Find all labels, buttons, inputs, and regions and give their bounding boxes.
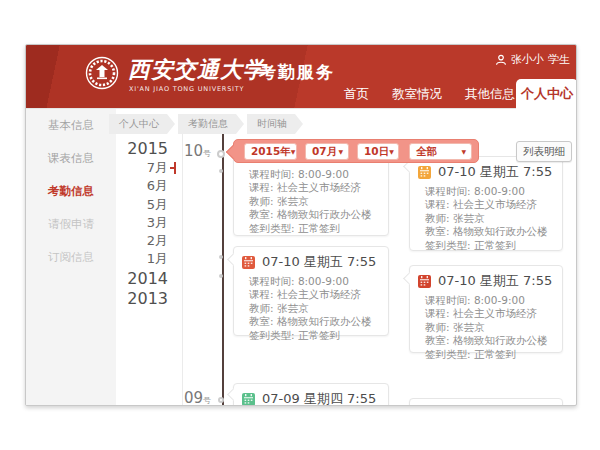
nav-item[interactable]: 其他信息	[465, 86, 515, 103]
card-row: 课程时间: 8:00-9:00	[249, 275, 380, 288]
row-label: 课程时间:	[425, 185, 471, 197]
timeline-line	[222, 121, 224, 405]
row-value: 张芸京	[277, 195, 309, 207]
day-select[interactable]: 10日▼	[357, 143, 399, 160]
tab-personal-center[interactable]: 个人中心	[516, 79, 577, 109]
row-value: 格物致知行政办公楼	[453, 225, 548, 237]
row-label: 课程时间:	[249, 275, 295, 287]
card-row: 签到类型: 正常签到	[249, 222, 380, 235]
row-label: 课程:	[249, 288, 274, 300]
card-row: 教室: 格物致知行政办公楼	[249, 208, 380, 221]
timeline-month[interactable]: 6月	[118, 177, 168, 195]
person-icon	[495, 54, 507, 66]
timeline-month[interactable]: 1月	[118, 250, 168, 268]
card-row: 教师: 张芸京	[425, 212, 554, 225]
current-month-indicator	[174, 162, 176, 174]
user-info[interactable]: 张小小 学生	[495, 52, 570, 67]
row-label: 签到类型:	[249, 329, 295, 341]
breadcrumb-item[interactable]: 考勤信息	[178, 114, 244, 134]
calendar-icon	[418, 166, 431, 179]
card-row: 课程: 社会主义市场经济	[425, 307, 554, 320]
timeline-dot	[219, 169, 223, 173]
timeline-year[interactable]: 2014	[118, 269, 168, 289]
row-label: 教师:	[425, 212, 450, 224]
timeline-year[interactable]: 2015	[118, 139, 168, 159]
breadcrumb-item[interactable]: 个人中心	[109, 114, 175, 134]
card-row: 课程时间: 8:00-9:00	[249, 168, 380, 181]
nav-item[interactable]: 教室情况	[392, 86, 442, 103]
sidebar-item[interactable]: 请假申请	[26, 208, 116, 241]
row-label: 教室:	[425, 225, 450, 237]
day-number: 10	[184, 142, 203, 160]
attendance-card[interactable]: 07-10 星期五 7:55课程时间: 8:00-9:00课程: 社会主义市场经…	[233, 246, 389, 336]
nav-item[interactable]: 首页	[344, 86, 369, 103]
sidebar-item[interactable]: 订阅信息	[26, 241, 116, 274]
card-row: 教室: 格物致知行政办公楼	[425, 334, 554, 347]
attendance-card[interactable]	[409, 398, 563, 406]
row-label: 教师:	[425, 321, 450, 333]
card-header: 07-10 星期五 7:55	[410, 266, 562, 291]
row-value: 正常签到	[298, 222, 340, 234]
row-label: 教师:	[249, 195, 274, 207]
timeline-month[interactable]: 3月	[118, 214, 168, 232]
row-value: 社会主义市场经济	[453, 198, 537, 210]
row-label: 教室:	[425, 334, 450, 346]
service-title: 考勤服务	[259, 61, 335, 84]
card-date-title: 07-09 星期四 7:55	[262, 390, 376, 406]
caret-down-icon: ▼	[338, 148, 343, 155]
timeline-month[interactable]: 7月	[118, 159, 168, 177]
sidebar: 基本信息课表信息考勤信息请假申请订阅信息	[26, 109, 116, 405]
day-suffix: 号	[203, 149, 211, 158]
day-suffix: 号	[203, 396, 211, 405]
row-label: 课程时间:	[249, 168, 295, 180]
timeline-dot	[219, 255, 223, 259]
month-select-value: 07月	[312, 145, 337, 159]
timeline-month[interactable]: 5月	[118, 196, 168, 214]
timeline-month[interactable]: 2月	[118, 232, 168, 250]
month-select[interactable]: 07月▼	[305, 143, 349, 160]
year-select-value: 2015年	[251, 145, 291, 159]
user-role: 学生	[548, 52, 570, 67]
sidebar-item[interactable]: 基本信息	[26, 109, 116, 142]
year-select[interactable]: 2015年▼	[244, 143, 297, 160]
row-value: 8:00-9:00	[298, 275, 349, 287]
card-row: 教室: 格物致知行政办公楼	[425, 225, 554, 238]
university-name-en: XI'AN JIAO TONG UNIVERSITY	[129, 85, 244, 93]
card-row: 教室: 格物致知行政办公楼	[249, 315, 380, 328]
row-label: 课程:	[249, 181, 274, 193]
app-window: 西安交通大学 XI'AN JIAO TONG UNIVERSITY 考勤服务 张…	[25, 44, 577, 406]
card-row: 教师: 张芸京	[249, 195, 380, 208]
attendance-card[interactable]: 07-09 星期四 7:55	[233, 383, 389, 406]
row-label: 课程:	[425, 307, 450, 319]
card-row: 教师: 张芸京	[249, 302, 380, 315]
university-logo-icon	[85, 56, 119, 90]
row-value: 正常签到	[474, 348, 516, 360]
calendar-icon	[418, 275, 431, 288]
card-row: 签到类型: 正常签到	[425, 239, 554, 252]
attendance-card[interactable]: 课程时间: 8:00-9:00课程: 社会主义市场经济教师: 张芸京教室: 格物…	[233, 153, 389, 236]
row-label: 签到类型:	[425, 239, 471, 251]
timeline-year[interactable]: 2013	[118, 289, 168, 309]
row-value: 张芸京	[453, 321, 485, 333]
sidebar-item[interactable]: 考勤信息	[26, 175, 116, 208]
card-row: 课程时间: 8:00-9:00	[425, 294, 554, 307]
row-value: 格物致知行政办公楼	[453, 334, 548, 346]
main-nav: 首页教室情况其他信息	[344, 81, 515, 107]
row-value: 8:00-9:00	[474, 185, 525, 197]
caret-down-icon: ▼	[461, 148, 466, 155]
attendance-card[interactable]: 07-10 星期五 7:55课程时间: 8:00-9:00课程: 社会主义市场经…	[409, 265, 563, 353]
caret-down-icon: ▼	[291, 148, 296, 155]
sidebar-item[interactable]: 课表信息	[26, 142, 116, 175]
list-detail-button[interactable]: 列表明细	[516, 141, 572, 162]
breadcrumb-item[interactable]: 时间轴	[247, 114, 303, 134]
card-row: 签到类型: 正常签到	[425, 348, 554, 361]
type-select[interactable]: 全部▼	[409, 143, 472, 160]
card-rows: 课程时间: 8:00-9:00课程: 社会主义市场经济教师: 张芸京教室: 格物…	[410, 291, 562, 367]
card-row: 教师: 张芸京	[425, 321, 554, 334]
card-row: 课程时间: 8:00-9:00	[425, 185, 554, 198]
user-name: 张小小	[511, 52, 544, 67]
row-value: 正常签到	[298, 329, 340, 341]
attendance-card[interactable]: 07-10 星期五 7:55课程时间: 8:00-9:00课程: 社会主义市场经…	[409, 156, 563, 251]
row-label: 签到类型:	[425, 348, 471, 360]
breadcrumb: 个人中心考勤信息时间轴	[109, 114, 303, 134]
